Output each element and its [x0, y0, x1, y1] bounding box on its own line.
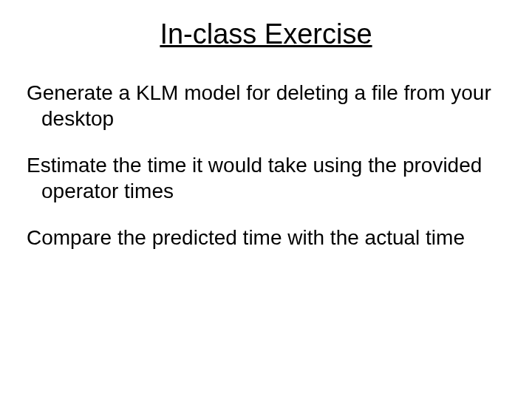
paragraph-1: Generate a KLM model for deleting a file…	[37, 80, 510, 132]
slide-title: In-class Exercise	[22, 18, 510, 50]
paragraph-2: Estimate the time it would take using th…	[37, 152, 510, 204]
paragraph-3: Compare the predicted time with the actu…	[37, 225, 510, 250]
